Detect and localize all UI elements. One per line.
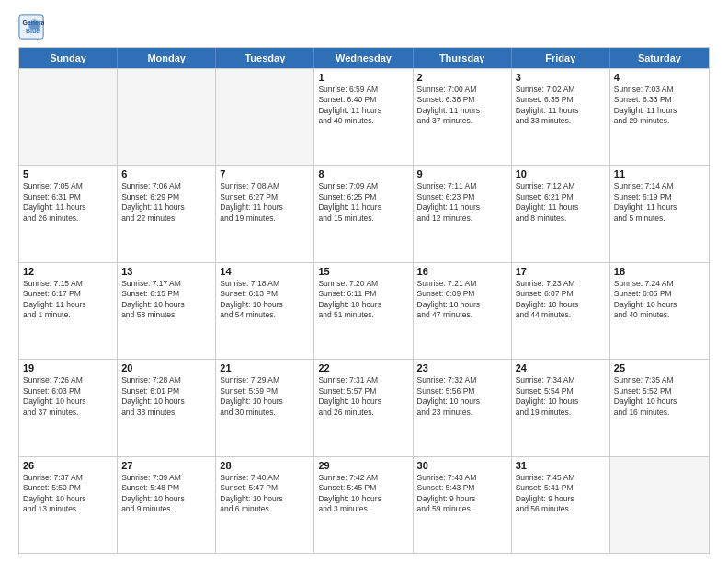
cell-info-line: Daylight: 11 hours bbox=[121, 202, 211, 213]
cell-info-line: Daylight: 10 hours bbox=[318, 300, 408, 310]
cell-info-line: and 54 minutes. bbox=[220, 310, 310, 320]
cell-info-line: and 59 minutes. bbox=[417, 504, 507, 514]
cell-info-line: Sunrise: 7:18 AM bbox=[220, 279, 310, 289]
calendar-row-5: 26Sunrise: 7:37 AMSunset: 5:50 PMDayligh… bbox=[19, 456, 709, 553]
day-cell-16: 16Sunrise: 7:21 AMSunset: 6:09 PMDayligh… bbox=[414, 263, 512, 359]
cell-info-line: Sunrise: 7:26 AM bbox=[23, 375, 113, 385]
day-number: 10 bbox=[516, 168, 606, 179]
day-number: 22 bbox=[318, 362, 408, 373]
day-number: 28 bbox=[220, 460, 310, 471]
cell-info-line: and 51 minutes. bbox=[318, 310, 408, 320]
day-number: 26 bbox=[23, 460, 113, 471]
day-cell-26: 26Sunrise: 7:37 AMSunset: 5:50 PMDayligh… bbox=[19, 457, 118, 553]
day-cell-4: 4Sunrise: 7:03 AMSunset: 6:33 PMDaylight… bbox=[610, 69, 709, 165]
cell-info-line: Sunrise: 7:17 AM bbox=[121, 279, 211, 289]
day-cell-31: 31Sunrise: 7:45 AMSunset: 5:41 PMDayligh… bbox=[512, 457, 610, 553]
day-number: 12 bbox=[23, 266, 113, 277]
cell-info-line: Sunset: 6:13 PM bbox=[220, 289, 310, 299]
cell-info-line: Sunrise: 7:12 AM bbox=[516, 181, 606, 191]
cell-info-line: Sunrise: 7:02 AM bbox=[516, 85, 606, 95]
day-number: 6 bbox=[121, 168, 211, 179]
cell-info-line: Sunrise: 6:59 AM bbox=[318, 85, 408, 95]
cell-info-line: Sunset: 6:25 PM bbox=[318, 192, 408, 202]
cell-info-line: Sunrise: 7:32 AM bbox=[417, 375, 507, 385]
day-header-friday: Friday bbox=[512, 48, 610, 68]
day-cell-24: 24Sunrise: 7:34 AMSunset: 5:54 PMDayligh… bbox=[512, 360, 610, 455]
cell-info-line: Sunset: 6:35 PM bbox=[516, 95, 606, 105]
day-cell-29: 29Sunrise: 7:42 AMSunset: 5:45 PMDayligh… bbox=[314, 457, 413, 553]
day-cell-23: 23Sunrise: 7:32 AMSunset: 5:56 PMDayligh… bbox=[414, 360, 512, 455]
cell-info-line: and 44 minutes. bbox=[516, 310, 606, 320]
day-cell-30: 30Sunrise: 7:43 AMSunset: 5:43 PMDayligh… bbox=[414, 457, 512, 553]
day-cell-22: 22Sunrise: 7:31 AMSunset: 5:57 PMDayligh… bbox=[314, 360, 413, 455]
cell-info-line: and 40 minutes. bbox=[614, 310, 705, 320]
cell-info-line: Daylight: 10 hours bbox=[121, 396, 211, 407]
cell-info-line: Sunset: 6:33 PM bbox=[614, 95, 705, 105]
cell-info-line: Sunset: 5:41 PM bbox=[516, 483, 606, 493]
day-number: 3 bbox=[516, 72, 606, 83]
cell-info-line: Daylight: 10 hours bbox=[318, 494, 408, 504]
day-number: 17 bbox=[516, 266, 606, 277]
cell-info-line: Daylight: 10 hours bbox=[121, 494, 211, 504]
cell-info-line: Sunrise: 7:40 AM bbox=[220, 473, 310, 483]
cell-info-line: and 5 minutes. bbox=[614, 213, 705, 224]
day-header-tuesday: Tuesday bbox=[216, 48, 314, 68]
cell-info-line: Sunrise: 7:39 AM bbox=[121, 473, 211, 483]
cell-info-line: Daylight: 11 hours bbox=[516, 106, 606, 116]
cell-info-line: and 19 minutes. bbox=[516, 408, 606, 418]
cell-info-line: Sunrise: 7:11 AM bbox=[417, 181, 507, 191]
day-header-wednesday: Wednesday bbox=[314, 48, 413, 68]
cell-info-line: Sunset: 5:52 PM bbox=[614, 386, 705, 396]
cell-info-line: Daylight: 11 hours bbox=[614, 106, 705, 116]
cell-info-line: Sunset: 6:29 PM bbox=[121, 192, 211, 202]
cell-info-line: Daylight: 10 hours bbox=[220, 300, 310, 310]
cell-info-line: Sunrise: 7:08 AM bbox=[220, 181, 310, 191]
day-number: 11 bbox=[614, 168, 705, 179]
day-cell-7: 7Sunrise: 7:08 AMSunset: 6:27 PMDaylight… bbox=[216, 166, 314, 261]
cell-info-line: Daylight: 11 hours bbox=[220, 202, 310, 213]
day-number: 15 bbox=[318, 266, 408, 277]
cell-info-line: Daylight: 11 hours bbox=[318, 202, 408, 213]
cell-info-line: Sunset: 6:05 PM bbox=[614, 289, 705, 299]
cell-info-line: Sunrise: 7:05 AM bbox=[23, 181, 113, 191]
header: General Blue bbox=[18, 14, 710, 40]
cell-info-line: Sunset: 5:47 PM bbox=[220, 483, 310, 493]
calendar-body: 1Sunrise: 6:59 AMSunset: 6:40 PMDaylight… bbox=[19, 68, 709, 553]
cell-info-line: and 1 minute. bbox=[23, 310, 113, 320]
day-cell-5: 5Sunrise: 7:05 AMSunset: 6:31 PMDaylight… bbox=[19, 166, 118, 261]
day-cell-13: 13Sunrise: 7:17 AMSunset: 6:15 PMDayligh… bbox=[118, 263, 216, 359]
cell-info-line: Daylight: 10 hours bbox=[614, 300, 705, 310]
cell-info-line: Sunset: 6:23 PM bbox=[417, 192, 507, 202]
calendar: SundayMondayTuesdayWednesdayThursdayFrid… bbox=[18, 47, 710, 554]
cell-info-line: and 33 minutes. bbox=[516, 116, 606, 126]
cell-info-line: Sunset: 6:27 PM bbox=[220, 192, 310, 202]
calendar-row-3: 12Sunrise: 7:15 AMSunset: 6:17 PMDayligh… bbox=[19, 262, 709, 359]
cell-info-line: Sunrise: 7:31 AM bbox=[318, 375, 408, 385]
day-number: 29 bbox=[318, 460, 408, 471]
cell-info-line: Sunrise: 7:14 AM bbox=[614, 181, 705, 191]
cell-info-line: Sunrise: 7:15 AM bbox=[23, 279, 113, 289]
cell-info-line: Sunrise: 7:28 AM bbox=[121, 375, 211, 385]
cell-info-line: and 22 minutes. bbox=[121, 213, 211, 224]
cell-info-line: Sunset: 6:01 PM bbox=[121, 386, 211, 396]
cell-info-line: Daylight: 10 hours bbox=[516, 300, 606, 310]
cell-info-line: and 26 minutes. bbox=[318, 408, 408, 418]
cell-info-line: Daylight: 10 hours bbox=[516, 396, 606, 407]
cell-info-line: Sunset: 6:03 PM bbox=[23, 386, 113, 396]
cell-info-line: Daylight: 10 hours bbox=[417, 396, 507, 407]
empty-cell bbox=[118, 69, 216, 165]
day-cell-9: 9Sunrise: 7:11 AMSunset: 6:23 PMDaylight… bbox=[414, 166, 512, 261]
cell-info-line: Sunrise: 7:21 AM bbox=[417, 279, 507, 289]
cell-info-line: Sunset: 5:50 PM bbox=[23, 483, 113, 493]
cell-info-line: and 56 minutes. bbox=[516, 504, 606, 514]
day-cell-8: 8Sunrise: 7:09 AMSunset: 6:25 PMDaylight… bbox=[314, 166, 413, 261]
cell-info-line: and 15 minutes. bbox=[318, 213, 408, 224]
cell-info-line: Sunrise: 7:20 AM bbox=[318, 279, 408, 289]
day-cell-19: 19Sunrise: 7:26 AMSunset: 6:03 PMDayligh… bbox=[19, 360, 118, 455]
cell-info-line: Sunset: 6:40 PM bbox=[318, 95, 408, 105]
day-number: 19 bbox=[23, 362, 113, 373]
day-cell-12: 12Sunrise: 7:15 AMSunset: 6:17 PMDayligh… bbox=[19, 263, 118, 359]
cell-info-line: Sunrise: 7:42 AM bbox=[318, 473, 408, 483]
cell-info-line: Sunrise: 7:03 AM bbox=[614, 85, 705, 95]
cell-info-line: and 37 minutes. bbox=[417, 116, 507, 126]
